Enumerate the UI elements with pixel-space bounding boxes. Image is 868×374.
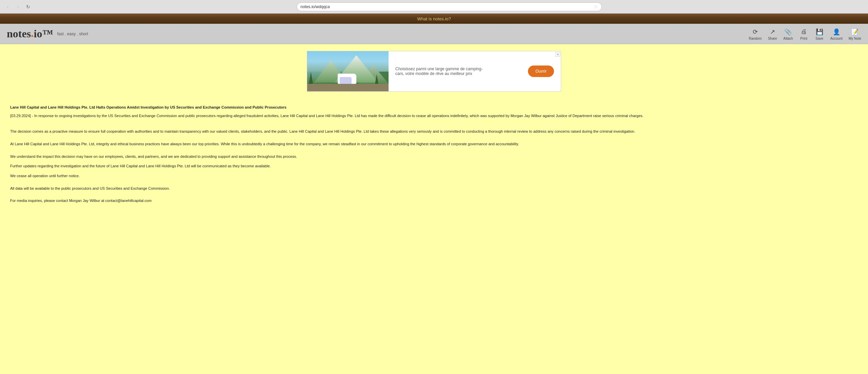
bookmark-icon[interactable]: ☆	[593, 3, 598, 10]
main-content: ✕ Choisissez parmi une large gamme de ca…	[0, 44, 868, 374]
ad-image	[307, 51, 389, 91]
share-action[interactable]: ↗ Share	[768, 27, 777, 40]
browser-chrome: ‹ › ↻ notes.io/wdqqca ☆	[0, 0, 868, 14]
attach-action[interactable]: 📎 Attach	[783, 27, 793, 40]
note-headline: Lane Hill Capital and Lane Hill Holdings…	[10, 105, 858, 111]
app-header: notes●io™ fast . easy . short ⟳ Random ↗…	[0, 24, 868, 44]
print-icon: 🖨	[799, 27, 809, 36]
random-icon: ⟳	[750, 27, 760, 36]
share-icon: ↗	[768, 27, 777, 36]
logo-text: notes●io™	[7, 27, 53, 40]
note-paragraph-5: Further updates regarding the investigat…	[10, 163, 858, 169]
save-label: Save	[815, 36, 823, 40]
header-actions: ⟳ Random ↗ Share 📎 Attach 🖨 Print 💾 Save…	[749, 27, 861, 40]
attach-icon: 📎	[783, 27, 793, 36]
title-bar: What is notes.io?	[0, 14, 868, 24]
logo-tagline: fast . easy . short	[57, 32, 88, 36]
note-paragraph-3: At Lane Hill Capital and Lane Hill Holdi…	[10, 141, 858, 147]
account-action[interactable]: 👤 Account	[830, 27, 843, 40]
ad-close-button[interactable]: ✕	[555, 52, 560, 57]
note-paragraph-4: We understand the impact this decision m…	[10, 153, 858, 160]
note-body: Lane Hill Capital and Lane Hill Holdings…	[10, 105, 858, 204]
note-paragraph-6: We cease all operation until further not…	[10, 173, 858, 179]
note-paragraph-7: All data will be available to the public…	[10, 185, 858, 192]
note-paragraph-8: For media inquiries, please contact Morg…	[10, 198, 858, 204]
attach-label: Attach	[783, 36, 793, 40]
ad-banner: ✕ Choisissez parmi une large gamme de ca…	[307, 51, 561, 92]
share-label: Share	[768, 36, 777, 40]
ad-description: Choisissez parmi une large gamme de camp…	[395, 67, 490, 76]
ad-van-window	[340, 77, 352, 84]
address-bar[interactable]: notes.io/wdqqca ☆	[297, 2, 602, 11]
page-title: What is notes.io?	[417, 16, 451, 21]
reload-button[interactable]: ↻	[24, 3, 32, 11]
save-action[interactable]: 💾 Save	[815, 27, 824, 40]
account-label: Account	[830, 36, 843, 40]
account-icon: 👤	[832, 27, 841, 36]
note-paragraph-1: [03.29.2024] - In response to ongoing in…	[10, 113, 858, 119]
print-label: Print	[800, 36, 807, 40]
back-button[interactable]: ‹	[4, 3, 12, 11]
my-notes-label: My Note	[849, 36, 861, 40]
logo-dot: ●	[31, 33, 34, 38]
ad-cta-button[interactable]: Ouvrir	[528, 66, 554, 77]
ad-road	[307, 84, 389, 91]
url-text: notes.io/wdqqca	[300, 4, 330, 9]
ad-text-area: Choisissez parmi une large gamme de camp…	[389, 51, 561, 91]
random-label: Random	[749, 36, 762, 40]
random-action[interactable]: ⟳ Random	[749, 27, 762, 40]
my-notes-icon: 📝	[850, 27, 860, 36]
note-paragraph-2: The decision comes as a proactive measur…	[10, 128, 858, 135]
logo-area: notes●io™ fast . easy . short	[7, 27, 88, 40]
forward-button[interactable]: ›	[14, 3, 22, 11]
save-icon: 💾	[815, 27, 824, 36]
print-action[interactable]: 🖨 Print	[799, 27, 809, 40]
my-notes-action[interactable]: 📝 My Note	[849, 27, 861, 40]
